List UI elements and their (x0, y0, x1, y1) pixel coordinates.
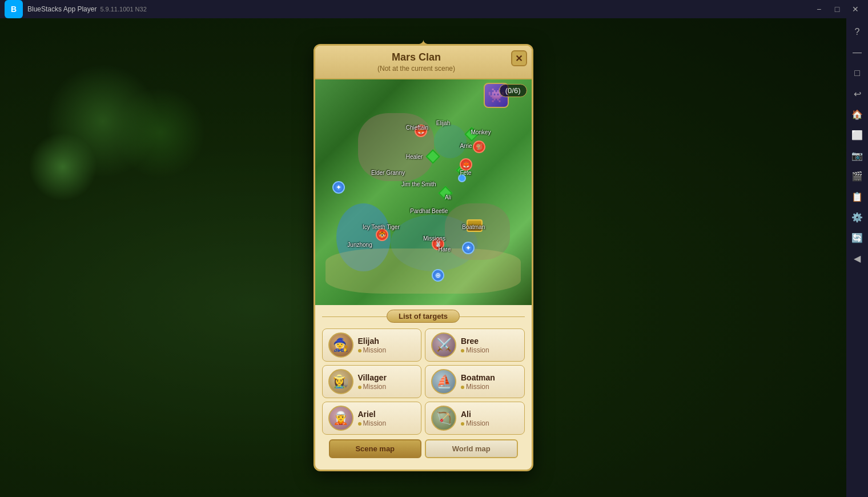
sidebar-help-icon[interactable]: ? (848, 23, 866, 41)
label-pardhat: Pardhat Beetle (410, 208, 448, 214)
target-info-villager: Villager Mission (358, 373, 416, 391)
sidebar-video-icon[interactable]: 🎬 (848, 167, 866, 185)
npc-marker-4[interactable] (439, 186, 453, 200)
target-ariel[interactable]: 🧝 Ariel Mission (322, 402, 422, 435)
target-villager[interactable]: 👩‍🌾 Villager Mission (322, 365, 422, 398)
targets-header: List of targets (322, 310, 525, 323)
targets-grid: 🧙 Elijah Mission ⚔️ (322, 328, 525, 435)
sidebar-fullscreen-icon[interactable]: □ (848, 64, 866, 82)
targets-section: List of targets 🧙 Elijah Mission (315, 305, 532, 463)
avatar-elijah: 🧙 (328, 332, 353, 358)
sidebar-camera-icon[interactable]: 📷 (848, 146, 866, 165)
sidebar-refresh-icon[interactable]: 🔄 (848, 229, 866, 247)
avatar-villager: 👩‍🌾 (328, 369, 353, 394)
mars-clan-modal: Mars Clan (Not at the current scene) ✕ (314, 44, 533, 471)
enemy-marker-tiger[interactable]: 🐯 (376, 229, 388, 241)
portal-marker-3[interactable]: ⊕ (432, 269, 444, 282)
game-area: Mars Clan (Not at the current scene) ✕ (0, 18, 846, 497)
window-controls: − □ ✕ (811, 2, 863, 16)
map-container[interactable]: 🦊 🐒 🐯 🐰 🦊 ✦ ✦ ⊕ Chieftain Elijah Monkey … (315, 79, 532, 305)
target-name-villager: Villager (358, 373, 416, 382)
close-button[interactable]: ✕ (847, 2, 863, 16)
modal-title: Mars Clan (324, 51, 509, 63)
target-name-boatman: Boatman (461, 373, 519, 382)
target-type-elijah: Mission (358, 346, 416, 354)
sidebar-home-icon[interactable]: 🏠 (848, 105, 866, 123)
target-name-bree: Bree (461, 336, 519, 346)
target-info-ariel: Ariel Mission (358, 410, 416, 427)
sidebar-layout-icon[interactable]: ⬜ (848, 126, 866, 144)
app-version: 5.9.11.1001 N32 (100, 6, 146, 13)
target-type-bree: Mission (461, 346, 519, 354)
target-boatman[interactable]: ⛵ Boatman Mission (425, 365, 525, 398)
target-type-boatman: Mission (461, 383, 519, 391)
target-elijah[interactable]: 🧙 Elijah Mission (322, 328, 422, 362)
enemy-marker-arrie[interactable]: 🦊 (460, 158, 472, 171)
npc-marker-3[interactable] (464, 127, 479, 141)
world-map-button[interactable]: World map (425, 439, 518, 458)
target-name-ariel: Ariel (358, 410, 416, 419)
avatar-bree: ⚔️ (431, 332, 456, 358)
sidebar-collapse-icon[interactable]: ◀ (848, 249, 866, 267)
enemy-marker-chieftain[interactable]: 🦊 (415, 125, 427, 137)
minimize-button[interactable]: − (811, 2, 827, 16)
target-ali[interactable]: 🏹 Ali Mission (425, 402, 525, 435)
target-info-bree: Bree Mission (461, 336, 519, 354)
target-info-elijah: Elijah Mission (358, 336, 416, 354)
scene-map-button[interactable]: Scene map (329, 439, 422, 458)
app-logo: B (5, 0, 23, 18)
target-name-ali: Ali (461, 410, 519, 419)
modal-close-button[interactable]: ✕ (511, 50, 527, 66)
titlebar: B BlueStacks App Player 5.9.11.1001 N32 … (0, 0, 868, 18)
target-type-ariel: Mission (358, 419, 416, 427)
enemy-marker-hare[interactable]: 🐰 (432, 238, 444, 250)
bottom-buttons: Scene map World map (322, 435, 525, 460)
blue-marker[interactable] (458, 174, 466, 182)
restore-button[interactable]: □ (829, 2, 845, 16)
app-name: BlueStacks App Player (27, 5, 97, 13)
sidebar-minimize-icon[interactable]: — (848, 43, 866, 62)
target-bree[interactable]: ⚔️ Bree Mission (425, 328, 525, 362)
modal-overlay: Mars Clan (Not at the current scene) ✕ (0, 18, 846, 497)
portal-marker-1[interactable]: ✦ (332, 181, 345, 194)
label-jim: Jim the Smith (401, 181, 436, 187)
target-type-villager: Mission (358, 383, 416, 391)
sidebar-back-icon[interactable]: ↩ (848, 85, 866, 103)
modal-subtitle: (Not at the current scene) (324, 65, 509, 73)
enemy-marker-monkey[interactable]: 🐒 (473, 141, 485, 153)
right-sidebar: ? — □ ↩ 🏠 ⬜ 📷 🎬 📋 ⚙️ 🔄 ◀ (846, 18, 868, 497)
targets-title: List of targets (387, 310, 460, 323)
avatar-ariel: 🧝 (328, 406, 353, 431)
target-type-ali: Mission (461, 419, 519, 427)
target-name-elijah: Elijah (358, 336, 416, 346)
target-info-boatman: Boatman Mission (461, 373, 519, 391)
boatman-chest[interactable] (467, 219, 483, 232)
counter-badge: (0/6) (499, 84, 527, 97)
avatar-ali: 🏹 (431, 406, 456, 431)
target-info-ali: Ali Mission (461, 410, 519, 427)
modal-header: Mars Clan (Not at the current scene) ✕ (315, 46, 532, 79)
avatar-boatman: ⛵ (431, 369, 456, 394)
sidebar-clipboard-icon[interactable]: 📋 (848, 187, 866, 206)
sidebar-settings-icon[interactable]: ⚙️ (848, 208, 866, 226)
